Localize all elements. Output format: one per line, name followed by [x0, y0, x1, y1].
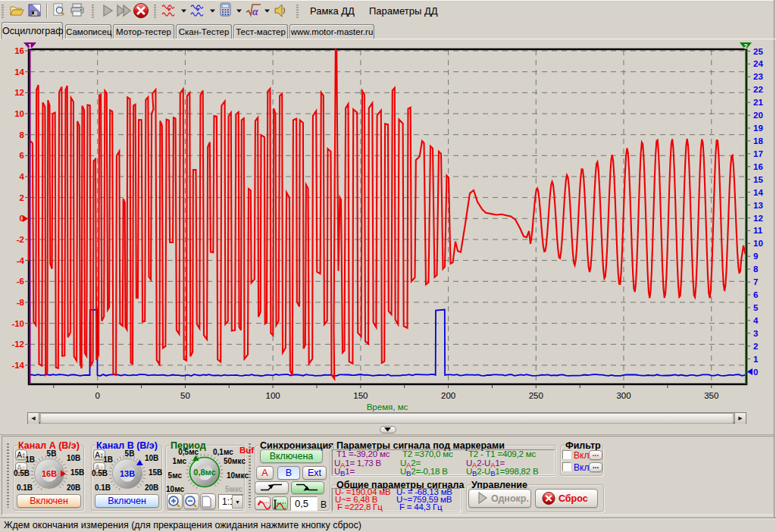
svg-text:50мкс: 50мкс: [224, 457, 246, 465]
svg-text:5: 5: [753, 303, 759, 312]
svg-text:14: 14: [14, 67, 24, 77]
svg-text:Сброс: Сброс: [559, 493, 588, 504]
svg-text:0,5мс: 0,5мс: [178, 448, 199, 456]
svg-text:20В: 20В: [145, 483, 158, 492]
svg-text:UB1=: UB1=: [334, 467, 355, 477]
svg-text:1В: 1В: [103, 455, 113, 464]
svg-text:9: 9: [753, 252, 758, 261]
svg-text:0.5В: 0.5В: [92, 469, 108, 477]
svg-text:-4: -4: [17, 256, 25, 265]
svg-text:0.5В: 0.5В: [14, 469, 30, 477]
svg-text:-8: -8: [17, 298, 25, 307]
svg-text:15В: 15В: [149, 468, 162, 477]
svg-text:20В: 20В: [67, 483, 80, 492]
svg-text:F = 44,3 Гц: F = 44,3 Гц: [399, 502, 443, 512]
svg-text:7: 7: [753, 277, 758, 286]
svg-text:12: 12: [14, 88, 24, 97]
svg-text:Buf: Buf: [239, 446, 254, 455]
svg-text:19: 19: [753, 124, 763, 133]
svg-text:10В: 10В: [145, 454, 158, 462]
svg-text:-6: -6: [17, 277, 24, 286]
svg-text:T2 - T1 =409,2 мс: T2 - T1 =409,2 мс: [468, 449, 536, 458]
svg-text:1мс: 1мс: [173, 457, 187, 465]
svg-text:13В: 13В: [120, 469, 135, 478]
svg-text:-2: -2: [17, 235, 24, 244]
svg-text:5мс: 5мс: [168, 471, 183, 480]
svg-text:10: 10: [14, 109, 24, 118]
svg-text:F =222,8 Гц: F =222,8 Гц: [337, 502, 383, 512]
svg-text:5мкс: 5мкс: [225, 485, 243, 493]
svg-text:6: 6: [753, 290, 758, 299]
svg-text:Время, мс: Время, мс: [367, 402, 408, 412]
svg-text:17: 17: [753, 149, 763, 158]
svg-text:5В: 5В: [47, 449, 57, 458]
svg-text:0,8мс: 0,8мс: [193, 468, 215, 477]
svg-text:0.1В: 0.1В: [95, 483, 111, 492]
svg-text:0,1мс: 0,1мс: [213, 448, 233, 456]
svg-text:UB2=-0,18 В: UB2=-0,18 В: [400, 467, 448, 477]
svg-text:50: 50: [180, 391, 190, 400]
svg-text:23: 23: [753, 72, 763, 81]
svg-text:16: 16: [753, 162, 763, 171]
svg-text:4: 4: [20, 172, 25, 181]
svg-text:UB2-UB1=998,82 В: UB2-UB1=998,82 В: [466, 467, 539, 477]
svg-text:20: 20: [753, 111, 763, 120]
svg-text:4: 4: [753, 316, 759, 325]
svg-text:18: 18: [753, 136, 763, 146]
svg-text:-10: -10: [11, 319, 24, 328]
svg-text:24: 24: [753, 59, 763, 68]
svg-text:-14: -14: [11, 361, 24, 370]
svg-text:10: 10: [753, 239, 763, 248]
svg-text:-12: -12: [11, 340, 24, 349]
svg-text:16В: 16В: [42, 469, 57, 478]
svg-text:8: 8: [753, 264, 759, 274]
svg-text:150: 150: [353, 391, 368, 400]
svg-text:6: 6: [20, 151, 24, 160]
svg-text:100: 100: [266, 391, 280, 400]
svg-text:5В: 5В: [125, 449, 135, 458]
svg-text:T2 =370,0 мс: T2 =370,0 мс: [402, 449, 453, 458]
svg-text:2: 2: [743, 42, 747, 50]
svg-text:15В: 15В: [70, 468, 84, 477]
svg-text:300: 300: [616, 391, 630, 400]
svg-text:10мкс: 10мкс: [227, 471, 249, 480]
svg-text:0.1В: 0.1В: [17, 483, 33, 492]
svg-text:16: 16: [14, 46, 24, 55]
svg-text:15: 15: [753, 175, 763, 184]
svg-text:2: 2: [753, 342, 758, 351]
svg-text:0: 0: [95, 391, 99, 400]
svg-text:Однокр.: Однокр.: [491, 493, 529, 504]
svg-text:250: 250: [529, 391, 543, 400]
svg-text:12: 12: [753, 214, 763, 223]
svg-text:2: 2: [20, 193, 24, 202]
svg-text:1: 1: [28, 42, 32, 50]
svg-text:22: 22: [753, 85, 763, 94]
svg-text:UA1= 1,73 В: UA1= 1,73 В: [334, 458, 382, 469]
svg-text:10В: 10В: [67, 454, 80, 462]
svg-text:25: 25: [753, 47, 763, 56]
svg-text:14: 14: [753, 188, 763, 197]
svg-text:1В: 1В: [25, 455, 35, 464]
svg-text:8: 8: [20, 130, 25, 139]
svg-text:1: 1: [753, 355, 759, 364]
svg-text:0: 0: [753, 368, 758, 377]
svg-text:13: 13: [753, 201, 763, 210]
svg-text:T1 =-39,20 мс: T1 =-39,20 мс: [336, 449, 390, 458]
svg-text:200: 200: [441, 391, 455, 400]
svg-text:350: 350: [704, 391, 718, 400]
svg-text:10мс: 10мс: [166, 485, 184, 493]
svg-text:3: 3: [753, 329, 758, 338]
svg-text:21: 21: [753, 98, 763, 107]
svg-text:11: 11: [753, 226, 763, 235]
